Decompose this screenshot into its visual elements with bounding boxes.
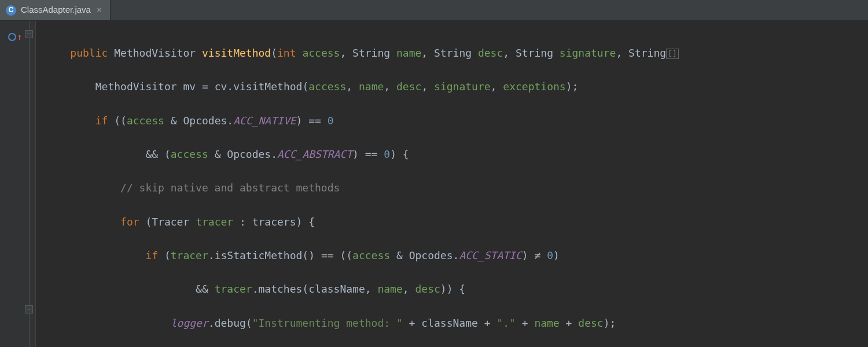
- folded-region-icon[interactable]: []: [666, 49, 679, 59]
- arg: signature: [434, 80, 491, 93]
- arg: exceptions: [503, 80, 565, 93]
- keyword: for: [120, 216, 139, 228]
- constant: ACC_STATIC: [459, 249, 521, 261]
- operator: ≠: [534, 249, 540, 261]
- var: name: [534, 317, 559, 329]
- type: MethodVisitor: [95, 80, 177, 93]
- code-line[interactable]: // skip native and abstract methods: [36, 179, 868, 196]
- arg: desc: [396, 80, 421, 93]
- type: String: [352, 47, 390, 59]
- operator: ==: [365, 148, 378, 160]
- constant: ACC_NATIVE: [233, 115, 296, 127]
- tab-filename: ClassAdapter.java: [21, 3, 91, 17]
- number: 0: [384, 148, 390, 160]
- code-line[interactable]: logger.debug("Instrumenting method: " + …: [36, 315, 868, 331]
- var: className: [421, 317, 478, 329]
- arg: className: [308, 283, 365, 295]
- operator: +: [566, 317, 572, 329]
- operator: ==: [321, 249, 334, 261]
- type: Opcodes: [183, 115, 227, 127]
- param: desc: [478, 47, 503, 59]
- constant: ACC_ABSTRACT: [277, 148, 352, 160]
- method-call: visitMethod: [233, 80, 302, 93]
- override-circle-icon: [8, 33, 16, 41]
- operator: &&: [145, 148, 158, 160]
- override-marker-icon[interactable]: ↑: [8, 29, 25, 46]
- keyword: int: [277, 47, 296, 59]
- code-line[interactable]: && tracer.matches(className, name, desc)…: [36, 280, 868, 297]
- var: tracer: [196, 216, 233, 228]
- type: String: [434, 47, 472, 59]
- fold-toggle-icon[interactable]: −: [25, 305, 33, 313]
- code-line[interactable]: if ((access & Opcodes.ACC_NATIVE) == 0: [36, 112, 868, 129]
- gutter: ↑ − −: [0, 21, 36, 347]
- var: access: [171, 148, 208, 160]
- string: ".": [496, 317, 516, 329]
- code-line[interactable]: && (access & Opcodes.ACC_ABSTRACT) == 0)…: [36, 146, 868, 163]
- var: tracer: [215, 283, 252, 295]
- var: access: [352, 249, 390, 261]
- var: mv: [183, 80, 196, 93]
- keyword: public: [70, 47, 108, 59]
- method-name: visitMethod: [202, 47, 271, 59]
- code-area[interactable]: public MethodVisitor visitMethod(int acc…: [36, 21, 868, 347]
- gutter-fold-line: [29, 21, 30, 347]
- type: String: [628, 47, 666, 59]
- param: access: [302, 47, 340, 59]
- operator: ==: [308, 115, 321, 127]
- keyword: if: [95, 115, 108, 127]
- close-tab-icon[interactable]: ×: [95, 3, 103, 17]
- arg: name: [377, 283, 402, 295]
- method-call: matches: [259, 283, 303, 295]
- type: MethodVisitor: [114, 47, 196, 59]
- number: 0: [328, 115, 334, 127]
- operator: &&: [196, 283, 208, 295]
- var: tracers: [252, 216, 296, 228]
- method-call: isStaticMethod: [215, 249, 303, 261]
- arg: name: [359, 80, 384, 93]
- fold-toggle-icon[interactable]: −: [25, 30, 33, 38]
- param: name: [396, 47, 421, 59]
- type: String: [516, 47, 553, 59]
- type: Tracer: [152, 216, 189, 228]
- arg: desc: [415, 283, 440, 295]
- file-tab[interactable]: C ClassAdapter.java ×: [0, 0, 111, 20]
- string: "Instrumenting method: ": [252, 317, 403, 329]
- comment: // skip native and abstract methods: [120, 182, 340, 194]
- var: access: [127, 115, 164, 127]
- override-arrow-icon: ↑: [17, 32, 23, 42]
- code-line[interactable]: public MethodVisitor visitMethod(int acc…: [36, 45, 868, 61]
- tab-bar: C ClassAdapter.java ×: [0, 0, 868, 21]
- var: desc: [578, 317, 603, 329]
- code-line[interactable]: MethodVisitor mv = cv.visitMethod(access…: [36, 78, 868, 95]
- method-call: debug: [215, 317, 246, 329]
- java-class-icon: C: [6, 5, 16, 16]
- code-line[interactable]: if (tracer.isStaticMethod() == ((access …: [36, 247, 868, 264]
- type: Opcodes: [409, 249, 453, 261]
- keyword: if: [145, 249, 158, 261]
- type: Opcodes: [227, 148, 271, 160]
- var: cv: [215, 80, 227, 93]
- number: 0: [547, 249, 553, 261]
- operator: +: [522, 317, 528, 329]
- var: tracer: [171, 249, 208, 261]
- arg: access: [308, 80, 346, 93]
- editor[interactable]: ↑ − − public MethodVisitor visitMethod(i…: [0, 21, 868, 347]
- param: signature: [560, 47, 616, 59]
- field: logger: [171, 317, 208, 329]
- operator: +: [409, 317, 415, 329]
- operator: +: [484, 317, 491, 329]
- code-line[interactable]: for (Tracer tracer : tracers) {: [36, 213, 868, 230]
